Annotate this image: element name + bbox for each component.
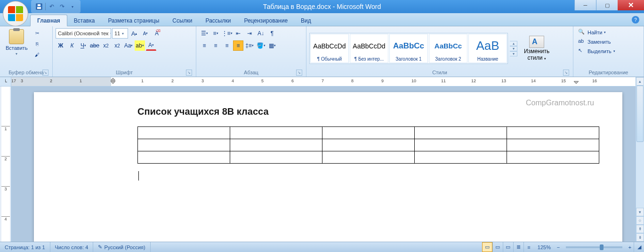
highlight-button[interactable]: ab▾ [135, 40, 145, 51]
line-spacing-button[interactable]: ‡≡▾ [244, 40, 255, 51]
italic-button[interactable]: К [67, 40, 77, 51]
help-icon[interactable]: ? [632, 16, 639, 24]
scroll-down-icon[interactable]: ▾ [636, 208, 644, 216]
redo-icon[interactable]: ↷ [58, 2, 66, 11]
scroll-up-icon[interactable]: ▴ [636, 77, 644, 86]
status-words[interactable]: Число слов: 4 [50, 242, 94, 252]
align-left-button[interactable]: ≡ [199, 40, 209, 51]
office-logo-icon [8, 6, 23, 21]
office-button[interactable] [3, 1, 28, 26]
show-marks-button[interactable]: ¶ [267, 28, 277, 39]
left-indent-marker[interactable] [111, 78, 115, 85]
select-button[interactable]: ↖Выделить ▾ [576, 47, 617, 55]
view-outline-icon[interactable]: ≣ [513, 242, 523, 252]
undo-icon[interactable]: ↶ [48, 2, 56, 11]
style-item-1[interactable]: AaBbCcDd¶ Без интер... [350, 34, 388, 63]
sort-button[interactable]: A↓ [256, 28, 266, 39]
font-size-dropdown[interactable]: 11▾ [112, 28, 128, 39]
strikethrough-button[interactable]: abe [89, 40, 100, 51]
status-language[interactable]: ✎Русский (Россия) [93, 242, 150, 252]
subscript-button[interactable]: x2 [101, 40, 111, 51]
zoom-in-button[interactable]: + [626, 244, 634, 250]
maximize-button[interactable]: ▢ [596, 0, 618, 10]
quick-access-toolbar: ↶ ↷ ▾ [31, 0, 80, 13]
status-resize-icon[interactable]: ◢ [634, 242, 644, 252]
tab-layout[interactable]: Разметка страницы [101, 15, 166, 26]
tab-review[interactable]: Рецензирование [237, 15, 294, 26]
font-launcher[interactable]: ↘ [186, 70, 192, 76]
multilevel-button[interactable]: ⋮≡▾ [222, 28, 232, 39]
shading-button[interactable]: 🪣▾ [256, 40, 266, 51]
gallery-down-icon[interactable]: ▾ [510, 46, 517, 51]
font-name-dropdown[interactable]: Calibri (Основной тек▾ [56, 28, 111, 39]
scroll-thumb[interactable] [636, 86, 644, 142]
style-item-2[interactable]: AaBbCcЗаголовок 1 [389, 34, 428, 63]
svg-marker-5 [574, 81, 579, 84]
tab-view[interactable]: Вид [294, 15, 318, 26]
bold-button[interactable]: Ж [56, 40, 66, 51]
zoom-level[interactable]: 125% [534, 244, 555, 250]
minimize-button[interactable]: ─ [574, 0, 596, 10]
format-painter-icon[interactable]: 🖌 [32, 50, 42, 59]
borders-button[interactable]: ▦▾ [267, 40, 277, 51]
view-print-layout-icon[interactable]: ▭ [482, 242, 492, 252]
paste-button[interactable]: Вставить ▾ [3, 28, 31, 57]
font-color-button[interactable]: A▾ [146, 40, 156, 51]
horizontal-ruler[interactable]: 3211234567891011121314151617 [11, 77, 636, 87]
underline-button[interactable]: Ч ▾ [78, 40, 89, 51]
zoom-out-button[interactable]: − [555, 244, 562, 250]
clear-formatting-icon[interactable]: A⌫ [152, 28, 162, 39]
gallery-scroll: ▴ ▾ ▾ [510, 41, 517, 56]
shrink-font-icon[interactable]: A▾ [140, 28, 151, 39]
vertical-scrollbar[interactable]: ▴ ▾ ○ ⇞ ⇟ [636, 77, 644, 242]
zoom-slider[interactable] [566, 246, 622, 248]
group-clipboard: Вставить ▾ ✂ ⎘ 🖌 Буфер обмена↘ [0, 26, 53, 77]
vertical-ruler[interactable]: └ 1234 [0, 77, 11, 242]
style-item-4[interactable]: AaBНазвание [468, 34, 507, 63]
replace-button[interactable]: abЗаменить [576, 38, 612, 46]
document-viewport[interactable]: CompGramotnost.ru Список учащихся 8В кла… [11, 87, 636, 242]
close-button[interactable]: ✕ [618, 0, 644, 10]
browse-object-icon[interactable]: ○ [636, 216, 644, 225]
tab-mailings[interactable]: Рассылки [199, 15, 238, 26]
increase-indent-button[interactable]: ⇥ [244, 28, 255, 39]
gallery-up-icon[interactable]: ▴ [510, 41, 517, 46]
prev-page-icon[interactable]: ⇞ [636, 225, 644, 233]
window-title: Таблица в Ворде.docx - Microsoft Word [263, 3, 381, 10]
document-table[interactable] [137, 126, 599, 164]
superscript-button[interactable]: x2 [112, 40, 122, 51]
status-page[interactable]: Страница: 1 из 1 [0, 242, 50, 252]
tab-home[interactable]: Главная [30, 15, 67, 26]
tab-references[interactable]: Ссылки [166, 15, 199, 26]
styles-launcher[interactable]: ↘ [563, 70, 569, 76]
style-item-3[interactable]: AaBbCcЗаголовок 2 [429, 34, 467, 63]
gallery-more-icon[interactable]: ▾ [510, 51, 517, 56]
bullets-button[interactable]: ☰▾ [199, 28, 209, 39]
next-page-icon[interactable]: ⇟ [636, 233, 644, 242]
copy-icon[interactable]: ⎘ [32, 39, 42, 48]
change-case-button[interactable]: Aa▾ [123, 40, 134, 51]
align-right-button[interactable]: ≡ [222, 40, 232, 51]
clipboard-launcher[interactable]: ↘ [42, 70, 48, 76]
view-web-icon[interactable]: ▭ [503, 242, 513, 252]
save-icon[interactable] [35, 2, 43, 11]
view-draft-icon[interactable]: ≡ [523, 242, 534, 252]
align-justify-button[interactable]: ≡ [233, 40, 243, 51]
svg-rect-2 [38, 4, 40, 6]
paragraph-launcher[interactable]: ↘ [296, 70, 302, 76]
find-button[interactable]: 🔍Найти ▾ [576, 28, 608, 37]
cut-icon[interactable]: ✂ [32, 28, 42, 38]
numbering-button[interactable]: ≡▾ [210, 28, 221, 39]
align-center-button[interactable]: ≡ [210, 40, 221, 51]
grow-font-icon[interactable]: A▴ [129, 28, 139, 39]
tab-insert[interactable]: Вставка [67, 15, 102, 26]
decrease-indent-button[interactable]: ⇤ [233, 28, 243, 39]
style-item-0[interactable]: AaBbCcDd¶ Обычный [310, 34, 349, 63]
document-heading[interactable]: Список учащихся 8В класса [137, 106, 599, 117]
right-indent-marker[interactable] [574, 78, 579, 85]
clipboard-group-label: Буфер обмена [8, 70, 44, 75]
ruler-corner-icon[interactable]: └ [0, 77, 11, 87]
qat-customize-icon[interactable]: ▾ [68, 2, 77, 11]
view-reading-icon[interactable]: ▭ [492, 242, 503, 252]
change-styles-button[interactable]: Изменить стили ▾ [521, 34, 552, 63]
